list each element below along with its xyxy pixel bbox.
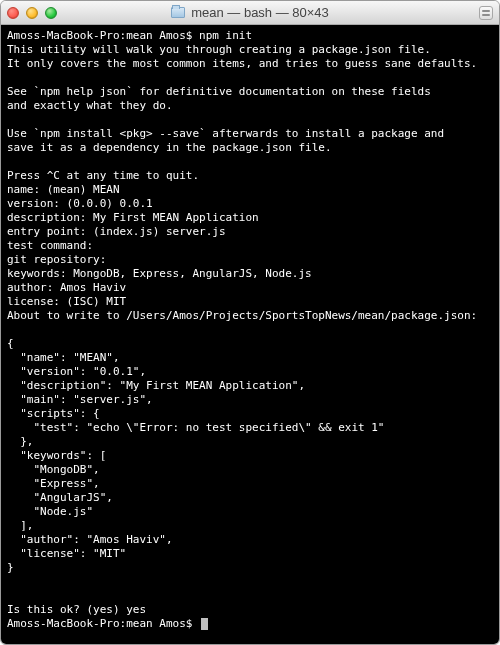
line-prompt-start: Amoss-MacBook-Pro:mean Amos$ npm init <box>7 29 252 42</box>
cursor-block <box>201 618 208 630</box>
json-keywords-open: "keywords": [ <box>7 449 106 462</box>
terminal-content[interactable]: Amoss-MacBook-Pro:mean Amos$ npm init Th… <box>1 25 499 644</box>
line-license: license: (ISC) MIT <box>7 295 126 308</box>
json-description: "description": "My First MEAN Applicatio… <box>7 379 305 392</box>
traffic-lights <box>7 7 57 19</box>
json-keywords-close: ], <box>7 519 34 532</box>
json-license: "license": "MIT" <box>7 547 126 560</box>
titlebar-right <box>479 6 493 20</box>
window-title-text: mean — bash — 80×43 <box>191 5 329 20</box>
window-title: mean — bash — 80×43 <box>1 5 499 20</box>
json-name: "name": "MEAN", <box>7 351 120 364</box>
close-button[interactable] <box>7 7 19 19</box>
json-test: "test": "echo \"Error: no test specified… <box>7 421 385 434</box>
json-main: "main": "server.js", <box>7 393 153 406</box>
line-version: version: (0.0.0) 0.0.1 <box>7 197 153 210</box>
json-author: "author": "Amos Haviv", <box>7 533 173 546</box>
line-author: author: Amos Haviv <box>7 281 126 294</box>
json-scripts-close: }, <box>7 435 34 448</box>
json-kw-express: "Express", <box>7 477 100 490</box>
line-use2: save it as a dependency in the package.j… <box>7 141 332 154</box>
terminal-window: mean — bash — 80×43 Amoss-MacBook-Pro:me… <box>0 0 500 645</box>
line-use1: Use `npm install <pkg> --save` afterward… <box>7 127 444 140</box>
json-version: "version": "0.0.1", <box>7 365 146 378</box>
line-see2: and exactly what they do. <box>7 99 173 112</box>
json-scripts-open: "scripts": { <box>7 407 100 420</box>
json-kw-angularjs: "AngularJS", <box>7 491 113 504</box>
line-press: Press ^C at any time to quit. <box>7 169 199 182</box>
line-about-write: About to write to /Users/Amos/Projects/S… <box>7 309 477 322</box>
line-prompt-end: Amoss-MacBook-Pro:mean Amos$ <box>7 617 199 630</box>
line-intro1: This utility will walk you through creat… <box>7 43 431 56</box>
line-description: description: My First MEAN Application <box>7 211 259 224</box>
folder-icon <box>171 7 185 18</box>
line-entry: entry point: (index.js) server.js <box>7 225 226 238</box>
titlebar: mean — bash — 80×43 <box>1 1 499 25</box>
json-kw-mongodb: "MongoDB", <box>7 463 100 476</box>
line-confirm: Is this ok? (yes) yes <box>7 603 146 616</box>
line-test: test command: <box>7 239 93 252</box>
json-open: { <box>7 337 14 350</box>
line-intro2: It only covers the most common items, an… <box>7 57 477 70</box>
line-see1: See `npm help json` for definitive docum… <box>7 85 431 98</box>
json-close: } <box>7 561 14 574</box>
zoom-button[interactable] <box>45 7 57 19</box>
minimize-button[interactable] <box>26 7 38 19</box>
proxy-icon[interactable] <box>479 6 493 20</box>
line-git: git repository: <box>7 253 106 266</box>
json-kw-nodejs: "Node.js" <box>7 505 93 518</box>
line-name: name: (mean) MEAN <box>7 183 120 196</box>
line-keywords: keywords: MongoDB, Express, AngularJS, N… <box>7 267 312 280</box>
